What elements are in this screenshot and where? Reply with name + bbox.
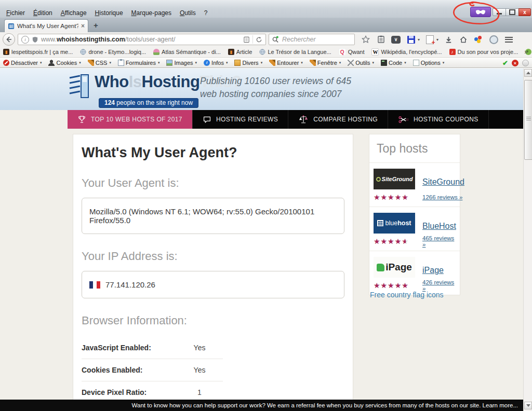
menu-fichier[interactable]: Fichier xyxy=(2,9,29,17)
extension-colordots-icon[interactable] xyxy=(473,34,484,45)
visitors-badge: 124 people on the site right now xyxy=(99,98,198,108)
scrapbook-dropdown-icon[interactable]: ▾ xyxy=(436,37,438,42)
pencil-icon xyxy=(88,60,94,66)
server-rack-icon xyxy=(68,74,90,100)
bookmark-wikipedia[interactable]: WWikipédia, l'encyclopé... xyxy=(371,48,442,56)
siteground-logo[interactable]: SiteGround xyxy=(374,169,415,189)
devbar-css[interactable]: CSS xyxy=(88,60,111,66)
bluehost-reviews-link[interactable]: 465 reviews » xyxy=(419,235,456,248)
search-bar[interactable] xyxy=(269,34,355,45)
search-icon xyxy=(272,36,279,43)
save-dropdown-icon[interactable]: ▾ xyxy=(418,37,420,42)
search-input[interactable] xyxy=(281,35,340,44)
page-scrollbar[interactable] xyxy=(523,68,532,411)
devbar-entourer[interactable]: Entourer xyxy=(269,60,303,66)
ipage-leaf-icon xyxy=(377,264,384,271)
nav-compare-hosting[interactable]: COMPARE HOSTING xyxy=(288,110,388,129)
minimize-button[interactable] xyxy=(493,8,506,16)
scrollbar-thumb[interactable] xyxy=(524,80,532,160)
menu-affichage[interactable]: Affichage xyxy=(57,9,91,17)
bookmarks-toolbar: ▮lespetitspois.fr | ça me... drone - Ety… xyxy=(0,47,532,57)
page-icon xyxy=(413,60,419,66)
devbar-options[interactable]: Options xyxy=(413,60,444,66)
bookmark-lespetitspois[interactable]: ▮lespetitspois.fr | ça me... xyxy=(3,49,73,55)
bookmarks-sidebar-icon[interactable] xyxy=(376,34,386,45)
bookmark-drone[interactable]: drone - Etymo...logiq... xyxy=(80,49,146,55)
bookmark-tresor-langue[interactable]: Le Trésor de la Langue... xyxy=(259,49,331,55)
scroll-up-button[interactable] xyxy=(524,69,532,77)
pocket-icon[interactable]: ∨ xyxy=(391,34,401,45)
menu-aide[interactable]: ? xyxy=(200,9,212,17)
nav-hosting-reviews[interactable]: HOSTING REVIEWS xyxy=(193,110,288,129)
shield-icon[interactable] xyxy=(32,36,38,43)
scroll-down-button[interactable] xyxy=(524,402,532,409)
valid-check-icon[interactable]: ✔ xyxy=(502,59,508,67)
ipage-logo[interactable]: iPage xyxy=(374,257,415,278)
devbar-desactiver[interactable]: Désactiver xyxy=(3,60,42,66)
ip-address-label: Your IP Address is: xyxy=(82,250,344,263)
site-favicon xyxy=(153,49,159,55)
home-icon[interactable] xyxy=(458,34,469,45)
bookmark-label: lespetitspois.fr | ça me... xyxy=(11,49,73,55)
bookmark-article[interactable]: ▮Article xyxy=(228,49,252,55)
page-info-icon[interactable]: i xyxy=(21,36,29,44)
save-page-icon[interactable] xyxy=(406,34,416,45)
tab-close-icon[interactable]: × xyxy=(81,22,85,30)
devbar-divers[interactable]: Divers xyxy=(234,60,262,66)
bookmarks-overflow-chevron[interactable]: » xyxy=(524,48,528,56)
devbar-fenetre[interactable]: Fenêtre xyxy=(310,60,341,66)
devbar-outils[interactable]: Outils xyxy=(348,60,374,66)
menu-marque-pages[interactable]: Marque-pages xyxy=(127,9,176,17)
devbar-formulaires[interactable]: Formulaires xyxy=(118,60,160,66)
hamburger-menu-icon[interactable] xyxy=(503,34,514,45)
bookmark-atlas-semantique[interactable]: Atlas Sémantique - di... xyxy=(153,49,221,55)
devbar-code[interactable]: Code xyxy=(381,60,406,66)
close-window-button[interactable]: x xyxy=(518,8,531,16)
pencil-icon xyxy=(310,60,316,66)
nav-hosting-coupons[interactable]: HOSTING COUPONS xyxy=(388,110,489,129)
error-icon[interactable]: × xyxy=(512,60,518,66)
reload-icon[interactable] xyxy=(256,36,262,43)
menu-bar: Fichier Édition Affichage Historique Mar… xyxy=(0,8,532,18)
free-country-flag-icons-link[interactable]: Free country flag icons xyxy=(370,291,444,299)
devbar-images[interactable]: Images xyxy=(166,60,197,66)
tab-whats-my-user-agent[interactable]: What's My User Agent? - Us × xyxy=(4,19,88,32)
ipage-reviews-link[interactable]: 426 reviews » xyxy=(419,279,456,292)
menu-outils[interactable]: Outils xyxy=(176,9,200,17)
extension-orb-icon[interactable] xyxy=(488,34,499,45)
maximize-button[interactable] xyxy=(506,8,519,16)
bookmark-star-icon[interactable] xyxy=(361,34,371,45)
scissors-icon xyxy=(398,115,409,124)
bluehost-logo[interactable]: bluehost xyxy=(374,213,415,234)
devbar-cookies[interactable]: Cookies xyxy=(48,60,81,66)
bookmark-du-son[interactable]: ♪Du son pour vos proje... xyxy=(449,49,518,55)
disable-icon xyxy=(3,60,9,66)
menu-historique[interactable]: Historique xyxy=(91,9,127,17)
url-bar[interactable]: i www.whoishostingthis.com/tools/user-ag… xyxy=(18,34,266,45)
bookmark-label: Atlas Sémantique - di... xyxy=(162,49,221,55)
downloads-icon[interactable] xyxy=(443,34,454,45)
scrapbook-icon[interactable] xyxy=(424,34,435,45)
siteground-reviews-link[interactable]: 1266 reviews » xyxy=(419,194,464,200)
devbar-infos[interactable]: iInfos xyxy=(204,60,228,66)
back-button[interactable] xyxy=(3,33,15,46)
clipboard-icon xyxy=(118,60,124,66)
bluehost-link[interactable]: BlueHost xyxy=(419,222,456,231)
bookmark-label: Du son pour vos proje... xyxy=(458,49,518,55)
back-arrow-icon xyxy=(5,36,12,43)
reader-mode-icon[interactable] xyxy=(243,36,250,43)
main-content-panel: What's My User Agent? Your User Agent is… xyxy=(73,134,353,411)
tab-bar: What's My User Agent? - Us × + xyxy=(0,18,532,32)
close-icon: x xyxy=(523,9,526,15)
nav-top10-web-hosts[interactable]: TOP 10 WEB HOSTS OF 2017 xyxy=(68,110,193,129)
new-tab-button[interactable]: + xyxy=(94,21,98,30)
top-hosts-panel: Top hosts SiteGround SiteGround ★★★★★★★★… xyxy=(369,134,460,295)
referral-notice-bar[interactable]: Want to know how you can help support ou… xyxy=(0,400,523,411)
menu-edition[interactable]: Édition xyxy=(29,9,57,17)
private-browsing-button[interactable] xyxy=(470,7,491,17)
siteground-link[interactable]: SiteGround xyxy=(419,177,464,187)
bookmark-qwant[interactable]: QQwant xyxy=(339,48,365,56)
url-text[interactable]: www.whoishostingthis.com/tools/user-agen… xyxy=(41,36,241,43)
sound-icon: ♪ xyxy=(449,49,456,55)
ipage-link[interactable]: iPage xyxy=(419,266,456,275)
